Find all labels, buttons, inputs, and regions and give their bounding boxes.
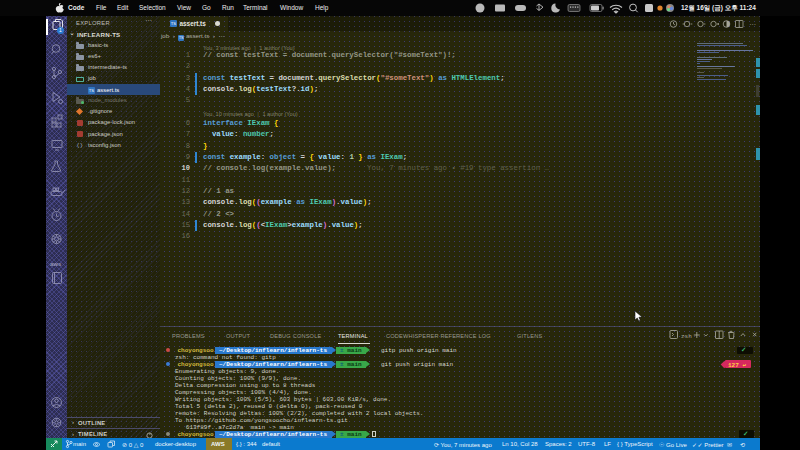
svg-text:zsh: zsh	[681, 333, 692, 340]
svg-text:aws: aws	[50, 261, 62, 267]
svg-text:⋯: ⋯	[749, 21, 756, 28]
